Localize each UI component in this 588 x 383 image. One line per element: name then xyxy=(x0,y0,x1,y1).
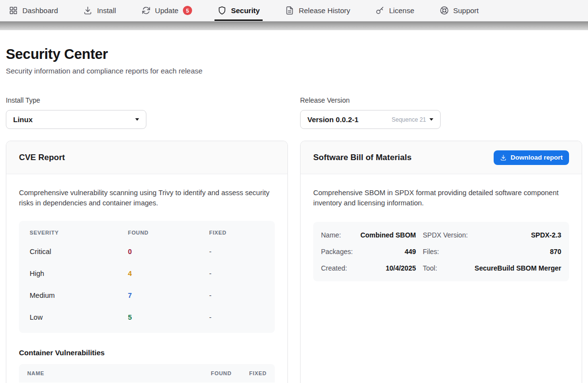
nav-item-support[interactable]: Support xyxy=(437,0,482,21)
download-report-button[interactable]: Download report xyxy=(494,150,569,165)
install-type-label: Install Type xyxy=(6,96,288,104)
severity-table: Severity Found Fixed Critical 0 - High 4… xyxy=(19,221,275,333)
sbom-card: Software Bill of Materials Download repo… xyxy=(300,141,582,383)
nav-item-update[interactable]: Update 5 xyxy=(139,0,195,21)
sbom-detail-label: Created: xyxy=(321,260,353,276)
severity-fixed-value: - xyxy=(209,284,264,306)
nav-label-release-history: Release History xyxy=(299,6,350,15)
cve-card-header: CVE Report xyxy=(6,141,287,174)
nav-label-support: Support xyxy=(453,6,479,15)
severity-row-label: Medium xyxy=(30,284,128,306)
severity-row-label: Critical xyxy=(30,240,128,262)
nav-label-license: License xyxy=(389,6,414,15)
sbom-detail-label: Tool: xyxy=(423,260,468,276)
container-vulns-table-header: Name Found Fixed xyxy=(19,364,275,383)
nav-label-security: Security xyxy=(231,6,260,15)
container-found-col-header: Found xyxy=(187,370,232,376)
top-navigation: Dashboard Install Update 5 Security Rele… xyxy=(0,0,588,21)
severity-found-count: 4 xyxy=(128,262,209,284)
report-cards: CVE Report Comprehensive vulnerability s… xyxy=(6,141,582,383)
sbom-detail-label: Name: xyxy=(321,227,353,243)
refresh-icon xyxy=(142,6,151,15)
severity-row-label: Low xyxy=(30,306,128,328)
container-fixed-col-header: Fixed xyxy=(232,370,267,376)
sbom-detail-label: Packages: xyxy=(321,243,353,260)
release-version-label: Release Version xyxy=(300,96,582,104)
dashboard-grid-icon xyxy=(9,6,18,15)
cve-card-title: CVE Report xyxy=(19,153,65,163)
nav-item-dashboard[interactable]: Dashboard xyxy=(6,0,61,21)
nav-item-install[interactable]: Install xyxy=(80,0,119,21)
sbom-detail-value: SecureBuild SBOM Merger xyxy=(475,260,561,276)
page-title: Security Center xyxy=(6,46,582,62)
sbom-card-title: Software Bill of Materials xyxy=(313,153,411,163)
key-icon xyxy=(375,6,385,15)
release-version-select[interactable]: Version 0.0.2-1 Sequence 21 xyxy=(300,110,441,129)
release-sequence-label: Sequence 21 xyxy=(392,116,426,123)
install-type-select[interactable]: Linux xyxy=(6,110,146,129)
sbom-card-body: Comprehensive SBOM in SPDX format provid… xyxy=(301,174,582,295)
sbom-detail-value: SPDX-2.3 xyxy=(475,227,561,243)
found-col-header: Found xyxy=(128,223,209,240)
severity-found-count: 5 xyxy=(128,306,209,328)
severity-found-count: 7 xyxy=(128,284,209,306)
nav-label-install: Install xyxy=(97,6,116,15)
download-icon xyxy=(83,6,92,15)
chevron-down-icon xyxy=(135,118,139,121)
nav-label-dashboard: Dashboard xyxy=(22,6,58,15)
sbom-detail-label: Files: xyxy=(423,243,468,260)
install-type-filter: Install Type Linux xyxy=(6,96,288,129)
install-type-value: Linux xyxy=(13,115,33,124)
severity-found-count: 0 xyxy=(128,240,209,262)
cve-report-card: CVE Report Comprehensive vulnerability s… xyxy=(6,141,288,383)
release-version-value: Version 0.0.2-1 xyxy=(307,115,358,124)
nav-label-update: Update xyxy=(155,6,178,15)
filters-row: Install Type Linux Release Version Versi… xyxy=(6,96,582,129)
sbom-description: Comprehensive SBOM in SPDX format provid… xyxy=(313,188,569,208)
cve-description: Comprehensive vulnerability scanning usi… xyxy=(19,188,275,208)
chevron-down-icon xyxy=(429,118,433,121)
sbom-detail-value: 10/4/2025 xyxy=(359,260,416,276)
sbom-detail-value: 449 xyxy=(359,243,416,260)
severity-fixed-value: - xyxy=(209,262,264,284)
update-count-badge: 5 xyxy=(183,6,192,15)
main-content: Security Center Security information and… xyxy=(0,46,588,383)
nav-item-license[interactable]: License xyxy=(373,0,417,21)
severity-fixed-value: - xyxy=(209,240,264,262)
shield-icon xyxy=(217,6,227,15)
sbom-card-header: Software Bill of Materials Download repo… xyxy=(301,141,582,174)
severity-col-header: Severity xyxy=(30,223,128,240)
container-name-col-header: Name xyxy=(27,370,187,376)
severity-fixed-value: - xyxy=(209,306,264,328)
sbom-detail-value: Combined SBOM xyxy=(359,227,416,243)
nav-item-release-history[interactable]: Release History xyxy=(282,0,353,21)
sbom-details-table: Name: Combined SBOM SPDX Version: SPDX-2… xyxy=(313,222,569,281)
download-report-label: Download report xyxy=(511,154,563,161)
container-vulnerabilities-title: Container Vulnerabilities xyxy=(19,348,275,357)
document-icon xyxy=(285,6,294,15)
sbom-detail-value: 870 xyxy=(475,243,561,260)
fixed-col-header: Fixed xyxy=(209,223,264,240)
lifebuoy-icon xyxy=(440,6,449,15)
scroll-shadow-strip xyxy=(0,21,588,30)
release-version-filter: Release Version Version 0.0.2-1 Sequence… xyxy=(300,96,582,129)
page-subtitle: Security information and compliance repo… xyxy=(6,67,582,75)
nav-item-security[interactable]: Security xyxy=(214,0,263,21)
severity-row-label: High xyxy=(30,262,128,284)
cve-card-body: Comprehensive vulnerability scanning usi… xyxy=(6,174,287,383)
sbom-detail-label: SPDX Version: xyxy=(423,227,468,243)
download-icon xyxy=(500,154,507,161)
